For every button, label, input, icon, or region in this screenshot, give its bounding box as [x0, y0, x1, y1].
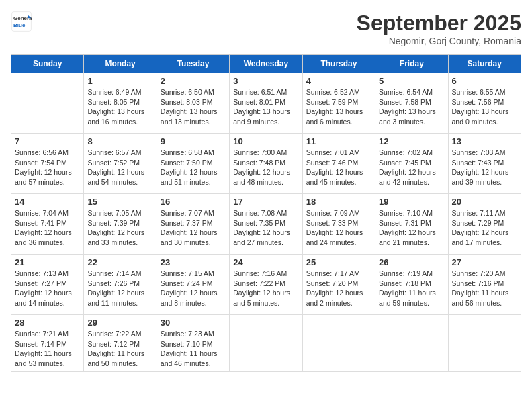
svg-text:Blue: Blue: [13, 22, 26, 28]
day-number: 4: [306, 76, 371, 86]
cell-info: Sunrise: 7:17 AMSunset: 7:20 PMDaylight:…: [306, 269, 363, 307]
calendar-cell: [302, 315, 375, 372]
day-number: 20: [452, 197, 517, 207]
cell-info: Sunrise: 7:13 AMSunset: 7:27 PMDaylight:…: [15, 269, 72, 307]
cell-info: Sunrise: 7:02 AMSunset: 7:45 PMDaylight:…: [379, 148, 436, 186]
calendar-cell: 14 Sunrise: 7:04 AMSunset: 7:41 PMDaylig…: [11, 194, 84, 255]
cell-info: Sunrise: 6:49 AMSunset: 8:05 PMDaylight:…: [87, 88, 144, 126]
weekday-header-row: SundayMondayTuesdayWednesdayThursdayFrid…: [11, 55, 521, 73]
day-number: 6: [452, 76, 517, 86]
cell-info: Sunrise: 6:50 AMSunset: 8:03 PMDaylight:…: [161, 88, 218, 126]
day-number: 26: [379, 257, 444, 267]
calendar-cell: 12 Sunrise: 7:02 AMSunset: 7:45 PMDaylig…: [375, 134, 448, 194]
day-number: 22: [87, 257, 152, 267]
cell-info: Sunrise: 7:20 AMSunset: 7:16 PMDaylight:…: [452, 269, 509, 307]
day-number: 14: [15, 197, 80, 207]
calendar-cell: 10 Sunrise: 7:00 AMSunset: 7:48 PMDaylig…: [230, 134, 302, 194]
day-number: 2: [161, 76, 226, 86]
day-number: 11: [306, 136, 371, 146]
cell-info: Sunrise: 7:01 AMSunset: 7:46 PMDaylight:…: [306, 148, 363, 186]
logo-icon: General Blue: [11, 11, 32, 32]
cell-info: Sunrise: 6:58 AMSunset: 7:50 PMDaylight:…: [161, 148, 218, 186]
day-number: 21: [15, 257, 80, 267]
calendar-cell: 24 Sunrise: 7:16 AMSunset: 7:22 PMDaylig…: [230, 255, 302, 315]
weekday-header-monday: Monday: [84, 55, 157, 73]
calendar-cell: [448, 315, 521, 372]
cell-info: Sunrise: 7:21 AMSunset: 7:14 PMDaylight:…: [15, 330, 72, 367]
day-number: 1: [87, 76, 152, 86]
location-subtitle: Negomir, Gorj County, Romania: [357, 36, 521, 46]
calendar-cell: 17 Sunrise: 7:08 AMSunset: 7:35 PMDaylig…: [230, 194, 302, 255]
cell-info: Sunrise: 6:55 AMSunset: 7:56 PMDaylight:…: [452, 88, 509, 126]
calendar-cell: 3 Sunrise: 6:51 AMSunset: 8:01 PMDayligh…: [230, 73, 302, 134]
day-number: 10: [233, 136, 298, 146]
day-number: 27: [452, 257, 517, 267]
calendar-cell: 22 Sunrise: 7:14 AMSunset: 7:26 PMDaylig…: [84, 255, 157, 315]
calendar-cell: 18 Sunrise: 7:09 AMSunset: 7:33 PMDaylig…: [302, 194, 375, 255]
calendar-cell: 20 Sunrise: 7:11 AMSunset: 7:29 PMDaylig…: [448, 194, 521, 255]
calendar-cell: 27 Sunrise: 7:20 AMSunset: 7:16 PMDaylig…: [448, 255, 521, 315]
calendar-table: SundayMondayTuesdayWednesdayThursdayFrid…: [11, 54, 521, 372]
cell-info: Sunrise: 7:10 AMSunset: 7:31 PMDaylight:…: [379, 209, 436, 246]
cell-info: Sunrise: 7:09 AMSunset: 7:33 PMDaylight:…: [306, 209, 363, 246]
calendar-cell: 6 Sunrise: 6:55 AMSunset: 7:56 PMDayligh…: [448, 73, 521, 134]
cell-info: Sunrise: 6:52 AMSunset: 7:59 PMDaylight:…: [306, 88, 363, 126]
cell-info: Sunrise: 7:11 AMSunset: 7:29 PMDaylight:…: [452, 209, 509, 246]
calendar-cell: [11, 73, 84, 134]
title-section: September 2025 Negomir, Gorj County, Rom…: [357, 11, 521, 46]
page-header: General Blue September 2025 Negomir, Gor…: [11, 11, 521, 46]
cell-info: Sunrise: 6:54 AMSunset: 7:58 PMDaylight:…: [379, 88, 436, 126]
calendar-cell: 7 Sunrise: 6:56 AMSunset: 7:54 PMDayligh…: [11, 134, 84, 194]
cell-info: Sunrise: 7:07 AMSunset: 7:37 PMDaylight:…: [161, 209, 218, 246]
calendar-cell: 9 Sunrise: 6:58 AMSunset: 7:50 PMDayligh…: [157, 134, 229, 194]
calendar-cell: [375, 315, 448, 372]
calendar-cell: 13 Sunrise: 7:03 AMSunset: 7:43 PMDaylig…: [448, 134, 521, 194]
cell-info: Sunrise: 7:04 AMSunset: 7:41 PMDaylight:…: [15, 209, 72, 246]
calendar-cell: 4 Sunrise: 6:52 AMSunset: 7:59 PMDayligh…: [302, 73, 375, 134]
weekday-header-sunday: Sunday: [11, 55, 84, 73]
weekday-header-friday: Friday: [375, 55, 448, 73]
cell-info: Sunrise: 6:51 AMSunset: 8:01 PMDaylight:…: [233, 88, 290, 126]
calendar-cell: 30 Sunrise: 7:23 AMSunset: 7:10 PMDaylig…: [157, 315, 229, 372]
day-number: 23: [161, 257, 226, 267]
month-title: September 2025: [357, 11, 521, 36]
day-number: 5: [379, 76, 444, 86]
week-row-2: 7 Sunrise: 6:56 AMSunset: 7:54 PMDayligh…: [11, 134, 521, 194]
calendar-cell: 23 Sunrise: 7:15 AMSunset: 7:24 PMDaylig…: [157, 255, 229, 315]
cell-info: Sunrise: 6:56 AMSunset: 7:54 PMDaylight:…: [15, 148, 72, 186]
calendar-cell: 19 Sunrise: 7:10 AMSunset: 7:31 PMDaylig…: [375, 194, 448, 255]
calendar-cell: 1 Sunrise: 6:49 AMSunset: 8:05 PMDayligh…: [84, 73, 157, 134]
day-number: 12: [379, 136, 444, 146]
calendar-cell: 21 Sunrise: 7:13 AMSunset: 7:27 PMDaylig…: [11, 255, 84, 315]
weekday-header-wednesday: Wednesday: [230, 55, 302, 73]
calendar-cell: 15 Sunrise: 7:05 AMSunset: 7:39 PMDaylig…: [84, 194, 157, 255]
cell-info: Sunrise: 7:03 AMSunset: 7:43 PMDaylight:…: [452, 148, 509, 186]
cell-info: Sunrise: 6:57 AMSunset: 7:52 PMDaylight:…: [87, 148, 144, 186]
calendar-cell: 11 Sunrise: 7:01 AMSunset: 7:46 PMDaylig…: [302, 134, 375, 194]
cell-info: Sunrise: 7:22 AMSunset: 7:12 PMDaylight:…: [87, 330, 144, 367]
calendar-cell: 26 Sunrise: 7:19 AMSunset: 7:18 PMDaylig…: [375, 255, 448, 315]
day-number: 8: [87, 136, 152, 146]
week-row-5: 28 Sunrise: 7:21 AMSunset: 7:14 PMDaylig…: [11, 315, 521, 372]
cell-info: Sunrise: 7:00 AMSunset: 7:48 PMDaylight:…: [233, 148, 290, 186]
day-number: 24: [233, 257, 298, 267]
day-number: 9: [161, 136, 226, 146]
day-number: 17: [233, 197, 298, 207]
logo: General Blue: [11, 11, 32, 32]
cell-info: Sunrise: 7:05 AMSunset: 7:39 PMDaylight:…: [87, 209, 144, 246]
weekday-header-tuesday: Tuesday: [157, 55, 229, 73]
day-number: 15: [87, 197, 152, 207]
cell-info: Sunrise: 7:14 AMSunset: 7:26 PMDaylight:…: [87, 269, 144, 307]
calendar-cell: 25 Sunrise: 7:17 AMSunset: 7:20 PMDaylig…: [302, 255, 375, 315]
weekday-header-saturday: Saturday: [448, 55, 521, 73]
cell-info: Sunrise: 7:08 AMSunset: 7:35 PMDaylight:…: [233, 209, 290, 246]
calendar-cell: 16 Sunrise: 7:07 AMSunset: 7:37 PMDaylig…: [157, 194, 229, 255]
day-number: 28: [15, 318, 80, 328]
day-number: 3: [233, 76, 298, 86]
calendar-cell: [230, 315, 302, 372]
day-number: 19: [379, 197, 444, 207]
cell-info: Sunrise: 7:23 AMSunset: 7:10 PMDaylight:…: [161, 330, 218, 367]
calendar-cell: 8 Sunrise: 6:57 AMSunset: 7:52 PMDayligh…: [84, 134, 157, 194]
calendar-body: 1 Sunrise: 6:49 AMSunset: 8:05 PMDayligh…: [11, 73, 521, 372]
week-row-1: 1 Sunrise: 6:49 AMSunset: 8:05 PMDayligh…: [11, 73, 521, 134]
